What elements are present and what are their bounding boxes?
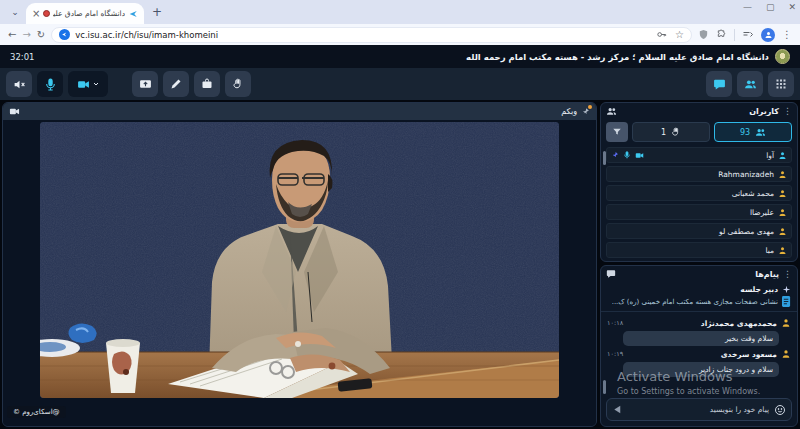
tab-title: دانشگاه امام صادق علیه السلا xyxy=(53,9,125,18)
pinned-message[interactable]: دبیر جلسه نشانی صفحات مجازی هسته مکتب ام… xyxy=(601,282,797,312)
main-area: وبکم xyxy=(0,100,800,429)
room-title: دانشگاه امام صادق علیه السلام ؛ مرکز رشد… xyxy=(466,52,769,62)
user-name: آوا xyxy=(766,151,774,160)
chat-toggle-button[interactable] xyxy=(706,71,732,97)
user-name: مبا xyxy=(765,246,774,255)
users-list: آوا Rahmanizadeh محمد شعبانی xyxy=(601,146,797,259)
users-filter-row: 93 1 xyxy=(601,119,797,146)
user-icon xyxy=(778,246,787,255)
message-time: ۱۰:۱۹ xyxy=(607,350,623,358)
browser-tab-strip: ⌄ × دانشگاه امام صادق علیه السلا + — ▢ ✕ xyxy=(0,0,800,24)
online-users-button[interactable]: 93 xyxy=(714,122,792,142)
screen-share-button[interactable] xyxy=(132,71,158,97)
user-icon xyxy=(778,151,787,160)
speaker-muted-button[interactable] xyxy=(6,71,32,97)
message-bubble: سلام وقت بخیر xyxy=(623,331,779,346)
whiteboard-pen-button[interactable] xyxy=(163,71,189,97)
user-camera-icon xyxy=(635,151,644,160)
app-header: 32:01 دانشگاه امام صادق علیه السلام ؛ مر… xyxy=(0,45,800,68)
sidebar: ⋮ کاربران 93 1 آ xyxy=(600,102,798,427)
filter-users-button[interactable] xyxy=(606,122,628,142)
user-row[interactable]: آوا xyxy=(606,147,792,163)
bookmark-star-icon[interactable]: ☆ xyxy=(675,29,684,40)
emoji-button[interactable] xyxy=(774,404,786,416)
message-header: محمدمهدی محمدنژاد ۱۰:۱۸ xyxy=(607,318,791,328)
site-icon[interactable] xyxy=(59,29,70,40)
chat-panel-menu-icon[interactable]: ⋮ xyxy=(783,269,792,279)
users-panel-title: کاربران xyxy=(749,107,779,116)
session-timer: 32:01 xyxy=(10,52,35,62)
users-panel-icon[interactable] xyxy=(606,106,617,117)
chat-input-row xyxy=(606,398,792,421)
users-toggle-button[interactable] xyxy=(737,71,763,97)
message-author: مسعود سرخدی xyxy=(721,350,777,359)
webcam-panel-body xyxy=(3,120,596,426)
browser-tab[interactable]: × دانشگاه امام صادق علیه السلا xyxy=(26,3,144,24)
user-mic-icon xyxy=(623,151,631,159)
pinned-author: دبیر جلسه xyxy=(740,285,778,294)
user-row[interactable]: محمد شعبانی xyxy=(606,185,792,201)
window-close-button[interactable]: ✕ xyxy=(788,2,796,12)
webcam-video[interactable] xyxy=(40,122,559,398)
window-minimize-button[interactable]: — xyxy=(743,2,752,12)
webcam-panel: وبکم xyxy=(2,102,597,427)
window-maximize-button[interactable]: ▢ xyxy=(766,2,775,12)
address-bar[interactable]: vc.isu.ac.ir/ch/isu/imam-khomeini ☆ xyxy=(51,27,692,43)
message-author: محمدمهدی محمدنژاد xyxy=(701,319,777,328)
files-button[interactable] xyxy=(194,71,220,97)
media-controls-bar xyxy=(0,68,800,100)
password-key-icon[interactable] xyxy=(656,29,667,40)
user-row[interactable]: Rahmanizadeh xyxy=(606,166,792,182)
user-icon xyxy=(778,189,787,198)
camera-button[interactable] xyxy=(68,71,108,97)
url-text[interactable]: vc.isu.ac.ir/ch/isu/imam-khomeini xyxy=(75,30,651,40)
webcam-panel-camera-icon xyxy=(9,106,20,117)
raise-hand-button[interactable] xyxy=(225,71,251,97)
browser-toolbar: ← → ↻ vc.isu.ac.ir/ch/isu/imam-khomeini … xyxy=(0,24,800,45)
microphone-button[interactable] xyxy=(37,71,63,97)
side-panel-icon[interactable] xyxy=(742,29,754,41)
forward-button[interactable]: → xyxy=(22,30,30,40)
user-row[interactable]: مبا xyxy=(606,242,792,258)
user-row[interactable]: مهدی مصطفی لو xyxy=(606,223,792,239)
online-users-count: 93 xyxy=(740,128,750,137)
message-bubble: سلام و درود جناب زادبر xyxy=(623,362,779,377)
users-panel: ⋮ کاربران 93 1 آ xyxy=(600,102,798,262)
user-name: Rahmanizadeh xyxy=(718,170,774,179)
new-tab-button[interactable]: + xyxy=(148,3,166,21)
webcam-panel-header: وبکم xyxy=(3,103,596,120)
chat-scrollbar[interactable] xyxy=(603,380,606,394)
user-name: علیرضاا xyxy=(750,208,774,217)
pinned-text: نشانی صفحات مجازی هسته مکتب امام خمینی (… xyxy=(612,298,778,306)
user-icon xyxy=(778,227,787,236)
user-name: محمد شعبانی xyxy=(732,189,774,198)
user-name: مهدی مصطفی لو xyxy=(719,227,774,236)
browser-menu-icon[interactable]: ⋮ xyxy=(782,29,792,40)
webcam-pin-icon[interactable] xyxy=(581,107,590,116)
chat-messages[interactable]: محمدمهدی محمدنژاد ۱۰:۱۸ سلام وقت بخیر مس… xyxy=(601,312,797,395)
pinned-doc-icon xyxy=(782,296,791,307)
extensions-puzzle-icon[interactable] xyxy=(716,29,727,40)
message-user-icon xyxy=(781,349,791,359)
layout-grid-button[interactable] xyxy=(768,71,794,97)
chat-panel-icon[interactable] xyxy=(606,269,616,279)
message-user-icon xyxy=(781,318,791,328)
skyroom-watermark: @اسکای‌روم © xyxy=(7,406,66,418)
reload-button[interactable]: ↻ xyxy=(37,30,45,40)
users-panel-header: ⋮ کاربران xyxy=(601,103,797,119)
tab-search-button[interactable]: ⌄ xyxy=(6,3,24,21)
back-button[interactable]: ← xyxy=(8,30,16,40)
send-message-button[interactable] xyxy=(612,404,623,415)
users-scrollbar[interactable] xyxy=(603,151,606,165)
tab-close-button[interactable]: × xyxy=(32,9,40,19)
user-row[interactable]: علیرضاا xyxy=(606,204,792,220)
pinned-star-icon xyxy=(782,285,791,294)
chat-panel: ⋮ پیام‌ها دبیر جلسه نشانی صفحات مجازی هس… xyxy=(600,265,798,427)
raised-hands-button[interactable]: 1 xyxy=(632,122,710,142)
tab-favicon xyxy=(128,9,138,19)
profile-avatar[interactable] xyxy=(761,28,775,42)
users-panel-menu-icon[interactable]: ⋮ xyxy=(783,106,792,116)
raised-hands-count: 1 xyxy=(661,128,666,137)
chat-input[interactable] xyxy=(628,405,769,414)
extension-badge-icon[interactable] xyxy=(698,29,709,40)
